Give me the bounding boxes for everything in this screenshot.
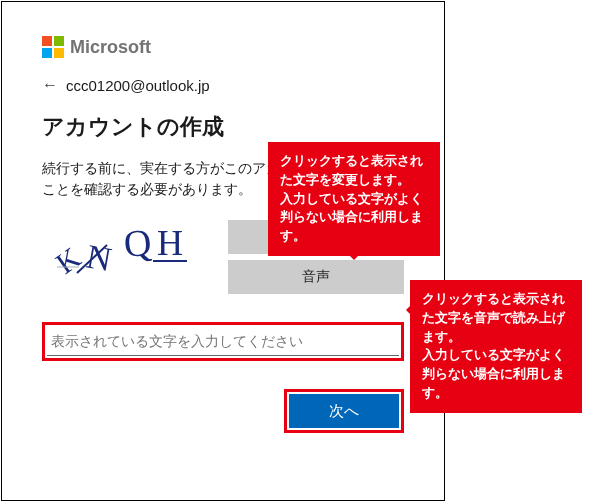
svg-rect-2 <box>42 48 52 58</box>
microsoft-logo-icon <box>42 36 64 58</box>
captcha-input[interactable] <box>47 327 399 356</box>
captcha-audio-button[interactable]: 音声 <box>228 260 404 294</box>
svg-text:K: K <box>50 240 87 280</box>
svg-text:Q: Q <box>122 225 153 265</box>
svg-text:N: N <box>84 237 115 278</box>
next-button[interactable]: 次へ <box>289 394 399 428</box>
back-row[interactable]: ← ccc01200@outlook.jp <box>42 76 404 94</box>
back-arrow-icon: ← <box>42 76 58 94</box>
svg-rect-0 <box>42 36 52 46</box>
svg-rect-3 <box>54 48 64 58</box>
next-row: 次へ <box>42 389 404 433</box>
svg-text:H: H <box>157 225 183 263</box>
tooltip-audio: クリックすると表示された文字を音声で読み上げます。入力している文字がよく判らない… <box>410 280 582 413</box>
brand-text: Microsoft <box>70 37 151 58</box>
svg-rect-1 <box>54 36 64 46</box>
tooltip-new: クリックすると表示された文字を変更します。入力している文字がよく判らない場合に利… <box>268 142 440 256</box>
page-title: アカウントの作成 <box>42 112 404 142</box>
captcha-image: K N Q H <box>42 220 212 290</box>
captcha-input-highlight <box>42 322 404 361</box>
account-email: ccc01200@outlook.jp <box>66 77 210 94</box>
logo-row: Microsoft <box>42 36 404 58</box>
next-button-highlight: 次へ <box>284 389 404 433</box>
